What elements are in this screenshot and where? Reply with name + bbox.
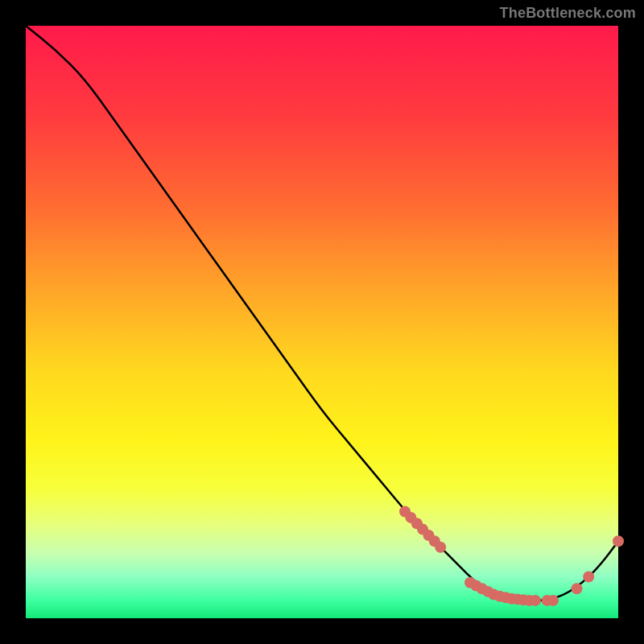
highlight-markers [399,506,624,606]
marker-point [435,542,446,553]
bottleneck-curve [26,26,618,601]
curve-group [26,26,618,601]
chart-svg [26,26,618,618]
marker-point [572,583,583,594]
marker-point [583,572,594,583]
watermark-text: TheBottleneck.com [500,5,636,22]
marker-point [547,595,559,606]
marker-point [613,535,624,547]
marker-point [530,595,541,606]
plot-area [26,26,618,618]
chart-frame: TheBottleneck.com [0,0,644,644]
